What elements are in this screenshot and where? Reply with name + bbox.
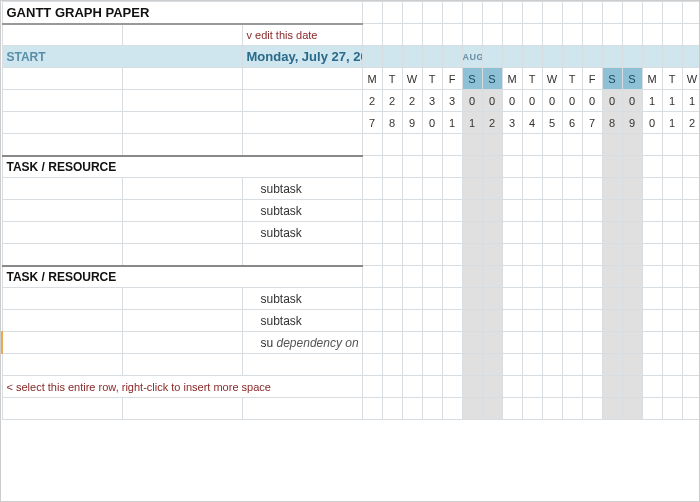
- day-letter: W: [402, 68, 422, 90]
- subtask-label[interactable]: su dependency on Frida-S2: [242, 332, 362, 354]
- blank: [242, 134, 362, 156]
- day-cell: [362, 200, 382, 222]
- day-num-bottom: 7: [362, 112, 382, 134]
- day-cell: [582, 288, 602, 310]
- page-title: GANTT GRAPH PAPER: [2, 2, 362, 24]
- day-cell: [642, 244, 662, 266]
- day-num-bottom: 7: [582, 112, 602, 134]
- day-cell: [622, 266, 642, 288]
- day-num-top: 0: [562, 90, 582, 112]
- day-cell: [422, 244, 442, 266]
- day-cell: [362, 244, 382, 266]
- day-cell: [482, 244, 502, 266]
- gutter: [2, 354, 122, 376]
- day-cell: [482, 332, 502, 354]
- day-cell: [682, 288, 700, 310]
- day-cell: [642, 134, 662, 156]
- day-cell: [522, 288, 542, 310]
- day-cell: [462, 354, 482, 376]
- day-cell: [642, 266, 662, 288]
- day-num-top: 1: [642, 90, 662, 112]
- start-row-day: [602, 46, 622, 68]
- day-cell: [422, 376, 442, 398]
- day-num-bottom: 9: [402, 112, 422, 134]
- day-cell: [602, 24, 622, 46]
- day-cell: [362, 134, 382, 156]
- day-cell: [422, 200, 442, 222]
- day-cell: [542, 266, 562, 288]
- day-cell: [542, 178, 562, 200]
- blank: [242, 354, 362, 376]
- day-cell: [502, 376, 522, 398]
- day-cell: [602, 332, 622, 354]
- day-cell: [662, 288, 682, 310]
- day-cell: [482, 354, 502, 376]
- task-header[interactable]: TASK / RESOURCE: [2, 266, 362, 288]
- edit-date-hint[interactable]: v edit this date: [242, 24, 362, 46]
- day-letter: T: [662, 68, 682, 90]
- day-cell: [622, 376, 642, 398]
- day-cell: [482, 24, 502, 46]
- day-cell: [522, 24, 542, 46]
- subtask-label[interactable]: subtask: [242, 178, 362, 200]
- day-cell: [522, 134, 542, 156]
- subtask-label[interactable]: subtask: [242, 310, 362, 332]
- subtask-label[interactable]: subtask: [242, 222, 362, 244]
- day-cell: [362, 354, 382, 376]
- day-cell: [482, 156, 502, 178]
- day-cell: [362, 398, 382, 420]
- day-cell: [402, 332, 422, 354]
- day-cell: [622, 288, 642, 310]
- day-cell: [362, 222, 382, 244]
- start-row-day: [522, 46, 542, 68]
- day-cell: [482, 200, 502, 222]
- day-cell: [542, 24, 562, 46]
- start-row-day: [662, 46, 682, 68]
- day-cell: [482, 134, 502, 156]
- day-cell: [422, 156, 442, 178]
- day-cell: [442, 2, 462, 24]
- subtask-label[interactable]: subtask: [242, 288, 362, 310]
- start-date[interactable]: Monday, July 27, 2009: [242, 46, 362, 68]
- day-cell: [682, 2, 700, 24]
- task-header[interactable]: TASK / RESOURCE: [2, 156, 362, 178]
- day-cell: [662, 156, 682, 178]
- day-cell: [462, 332, 482, 354]
- gutter: [122, 244, 242, 266]
- day-cell: [502, 24, 522, 46]
- insert-row-hint[interactable]: < select this entire row, right-click to…: [2, 376, 362, 398]
- start-row-day: [402, 46, 422, 68]
- gutter: [122, 288, 242, 310]
- day-num-bottom: 2: [682, 112, 700, 134]
- day-cell: [622, 134, 642, 156]
- day-num-top: 2: [402, 90, 422, 112]
- gutter: [122, 200, 242, 222]
- day-cell: [422, 24, 442, 46]
- gutter: [2, 310, 122, 332]
- day-cell: [542, 200, 562, 222]
- day-cell: [362, 288, 382, 310]
- day-cell: [662, 200, 682, 222]
- day-cell: [382, 178, 402, 200]
- day-cell: [482, 288, 502, 310]
- gutter: [122, 354, 242, 376]
- day-cell: [562, 156, 582, 178]
- subtask-label[interactable]: subtask: [242, 200, 362, 222]
- gutter: [2, 200, 122, 222]
- day-cell: [542, 156, 562, 178]
- day-cell: [602, 200, 622, 222]
- start-row-day: [562, 46, 582, 68]
- start-row-day: [482, 46, 502, 68]
- day-num-top: 0: [462, 90, 482, 112]
- day-num-bottom: 0: [422, 112, 442, 134]
- day-cell: [382, 222, 402, 244]
- gutter: [2, 112, 122, 134]
- day-cell: [662, 376, 682, 398]
- day-cell: [562, 332, 582, 354]
- day-cell: [462, 310, 482, 332]
- day-cell: [582, 24, 602, 46]
- day-cell: [462, 398, 482, 420]
- day-cell: [522, 266, 542, 288]
- day-cell: [542, 398, 562, 420]
- day-cell: [362, 156, 382, 178]
